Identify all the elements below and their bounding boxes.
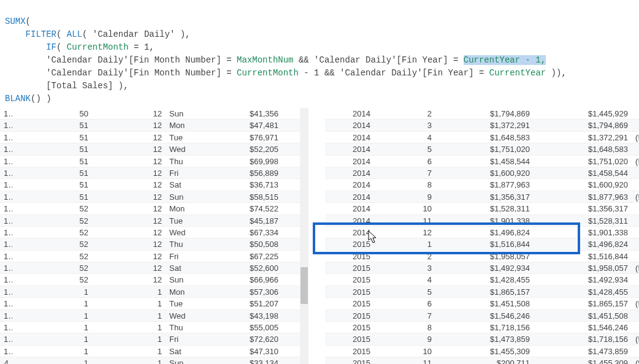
- var-currentyear: CurrentYear: [489, 68, 546, 78]
- func-sumx: SUMX: [5, 17, 26, 26]
- table-row[interactable]: 145212Fri$67,225: [0, 251, 300, 262]
- table-row[interactable]: 20147$1,600,920$1,458,544: [325, 167, 639, 179]
- table-row[interactable]: 20143$1,372,291$1,794,869: [325, 119, 639, 131]
- table-row[interactable]: 1411Fri$72,620: [0, 333, 300, 345]
- table-row[interactable]: 20148$1,877,963$1,600,920: [325, 179, 639, 191]
- table-row[interactable]: 145112Sat$36,713: [0, 179, 300, 191]
- left-scrollbar[interactable]: [300, 108, 308, 364]
- func-if: IF: [46, 42, 56, 52]
- table-row[interactable]: 145112Mon$47,481: [0, 119, 300, 131]
- func-filter: FILTER: [26, 29, 56, 39]
- table-row[interactable]: 411Sun$33,134: [0, 357, 300, 364]
- table-row[interactable]: 145212Mon$74,522: [0, 203, 300, 214]
- table-row[interactable]: 20151$1,516,844$1,496,824: [325, 238, 639, 250]
- table-row[interactable]: 145212Thu$50,508: [0, 238, 300, 250]
- var-maxmonthnum: MaxMonthNum: [237, 55, 293, 65]
- table-row[interactable]: 20155$1,865,157$1,428,455: [325, 286, 639, 298]
- left-data-table[interactable]: 145012Sun$41,356145112Mon$47,481145112Tu…: [0, 108, 300, 364]
- table-row[interactable]: 145012Sun$41,356: [0, 108, 300, 119]
- table-row[interactable]: 201411$1,901,338$1,528,311: [325, 215, 639, 227]
- table-row[interactable]: 201410$1,528,311$1,356,317: [325, 203, 639, 214]
- var-currentmonth: CurrentMonth: [67, 42, 129, 52]
- table-row[interactable]: 20152$1,958,057$1,516,844: [325, 251, 639, 262]
- table-row[interactable]: 20156$1,451,508$1,865,157(!: [325, 298, 639, 309]
- table-row[interactable]: 20154$1,428,455$1,492,934: [325, 274, 639, 286]
- table-row[interactable]: 20149$1,356,317$1,877,963(!: [325, 191, 639, 203]
- table-row[interactable]: 20145$1,751,020$1,648,583: [325, 143, 639, 155]
- table-row[interactable]: 1411Wed$43,198: [0, 310, 300, 322]
- selected-text: CurrentYear - 1,: [464, 55, 546, 65]
- table-row[interactable]: 145212Sat$52,600: [0, 262, 300, 274]
- var-currentmonth2: CurrentMonth: [237, 68, 299, 78]
- right-data-table[interactable]: 20142$1,794,869$1,445,92920143$1,372,291…: [325, 108, 639, 364]
- table-row[interactable]: 201511$200,711$1,455,309($1: [325, 357, 639, 364]
- table-row[interactable]: 20158$1,718,156$1,546,246: [325, 322, 639, 333]
- left-scroll-thumb[interactable]: [300, 267, 308, 304]
- func-all: ALL: [67, 29, 82, 39]
- table-row[interactable]: 20153$1,492,934$1,958,057(!: [325, 262, 639, 274]
- table-row[interactable]: 145112Sun$58,515: [0, 191, 300, 203]
- table-row[interactable]: 145112Tue$76,971: [0, 132, 300, 143]
- table-row[interactable]: 201510$1,455,309$1,473,859: [325, 346, 639, 357]
- table-row[interactable]: 20142$1,794,869$1,445,929: [325, 108, 639, 119]
- table-row[interactable]: 20159$1,473,859$1,718,156(!: [325, 333, 639, 345]
- table-row[interactable]: 1411Sat$47,310: [0, 346, 300, 357]
- table-row[interactable]: 1411Tue$51,207: [0, 298, 300, 309]
- table-row[interactable]: 145112Wed$52,205: [0, 143, 300, 155]
- table-row[interactable]: 201412$1,496,824$1,901,338: [325, 227, 639, 238]
- table-row[interactable]: 145212Sun$66,966: [0, 274, 300, 286]
- table-row[interactable]: 20144$1,648,583$1,372,291(!: [325, 132, 639, 143]
- table-row[interactable]: 145212Wed$67,334: [0, 227, 300, 238]
- table-row[interactable]: 1411Mon$57,306: [0, 286, 300, 298]
- func-blank: BLANK: [5, 94, 31, 104]
- formula-editor[interactable]: SUMX( FILTER( ALL( 'Calendar Daily' ), I…: [0, 0, 639, 108]
- table-row[interactable]: 20146$1,458,544$1,751,020(!: [325, 156, 639, 167]
- table-row[interactable]: 145112Fri$56,889: [0, 167, 300, 179]
- table-row[interactable]: 145212Tue$45,187: [0, 215, 300, 227]
- table-row[interactable]: 1411Thu$55,005: [0, 322, 300, 333]
- table-row[interactable]: 145112Thu$69,998: [0, 156, 300, 167]
- table-row[interactable]: 20157$1,546,246$1,451,508: [325, 310, 639, 322]
